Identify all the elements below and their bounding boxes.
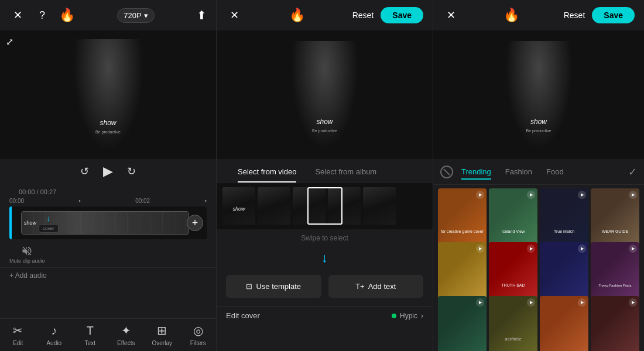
resolution-selector[interactable]: 720P ▾ (117, 8, 154, 23)
mid-close-button[interactable]: ✕ (226, 7, 242, 23)
left-top-icons: ✕ ? 🔥 (9, 7, 75, 23)
mid-topbar: ✕ 🔥 Reset Save (217, 0, 433, 30)
template-tag-5: ▶ (476, 245, 484, 253)
brand-icon: 🔥 (59, 7, 75, 23)
toolbar-effects-label: Effects (117, 340, 135, 346)
mute-clip-button[interactable]: Mute clip audio (9, 245, 45, 264)
toolbar-effects[interactable]: ✦ Effects (112, 324, 140, 346)
right-close-button[interactable]: ✕ (443, 7, 459, 23)
template-tag-6: ▶ (527, 245, 535, 253)
mute-icon (21, 245, 33, 257)
use-template-button[interactable]: ⊡ Use template (226, 275, 321, 298)
timeline-section: 00:00 / 00:27 00:00 • 00:02 • ▼ show ↓ c… (0, 184, 216, 242)
category-fashion[interactable]: Fashion (499, 164, 538, 180)
add-text-button[interactable]: T+ Add text (328, 275, 424, 298)
toolbar-audio[interactable]: ♪ Audio (40, 324, 68, 346)
marker-dot2: • (204, 198, 207, 204)
toolbar-text[interactable]: T Text (76, 324, 104, 346)
help-button[interactable]: ? (34, 7, 50, 23)
toolbar-overlay-label: Overlay (152, 340, 172, 346)
text-icon: T (87, 324, 94, 338)
expand-button[interactable]: ⤢ (6, 36, 13, 47)
mid-video-preview: show Be productive (217, 30, 433, 159)
hypic-button[interactable]: Hypic › (392, 312, 423, 320)
filmstrip-frame-1[interactable]: show (222, 187, 255, 225)
no-filter-button[interactable] (440, 166, 453, 178)
video-preview-left: ⤢ show Be productive (0, 30, 216, 159)
mid-brand-icon: 🔥 (289, 8, 305, 23)
toolbar-filters-label: Filters (190, 340, 206, 346)
toolbar-text-label: Text (85, 340, 95, 346)
filmstrip-selector (307, 187, 342, 225)
edit-cover-label: Edit cover (226, 311, 260, 320)
template-tag-7: ▶ (578, 245, 586, 253)
right-brand-icon: 🔥 (503, 8, 519, 23)
add-text-label: Add text (368, 282, 396, 291)
resolution-label: 720P (124, 11, 141, 20)
cover-marker[interactable]: ↓ cover (39, 207, 59, 239)
right-topbar: ✕ 🔥 Reset Save (433, 0, 644, 30)
toolbar-filters[interactable]: ◎ Filters (184, 324, 212, 346)
category-trending-label: Trending (461, 167, 491, 176)
template-tag-1: ▶ (476, 191, 484, 199)
template-cell-12[interactable]: ▶ (591, 296, 639, 351)
close-button[interactable]: ✕ (9, 7, 26, 23)
playhead: ▼ (9, 207, 12, 239)
mid-reset-button[interactable]: Reset (352, 11, 374, 20)
chevron-down-icon: ▾ (144, 11, 148, 20)
tab-video-label: Select from video (238, 167, 296, 176)
close-categories-button[interactable]: ✓ (628, 166, 637, 178)
overlay-icon: ⊞ (157, 324, 167, 338)
template-tag-3: ▶ (578, 191, 586, 199)
down-arrow: ↓ (217, 247, 433, 269)
toolbar-audio-label: Audio (46, 340, 61, 346)
right-reset-button[interactable]: Reset (564, 11, 585, 20)
use-template-label: Use template (256, 282, 301, 291)
template-cell-10[interactable]: aesthetic ▶ (489, 296, 537, 351)
filmstrip-frame-2[interactable] (258, 187, 290, 225)
left-panel: ✕ ? 🔥 720P ▾ ⬆ ⤢ show Be productive ↺ ▶ … (0, 0, 217, 351)
upload-button[interactable]: ⬆ (197, 8, 207, 22)
template-cell-9[interactable]: ▶ (438, 296, 487, 351)
category-food[interactable]: Food (540, 164, 570, 180)
undo-button[interactable]: ↺ (80, 165, 89, 178)
tab-select-from-album[interactable]: Select from album (306, 161, 386, 182)
add-audio-button[interactable]: + Add audio (0, 267, 216, 283)
mute-label: Mute clip audio (9, 258, 45, 264)
filmstrip-frame-5[interactable] (363, 187, 396, 225)
tab-select-from-video[interactable]: Select from video (228, 161, 306, 182)
category-trending[interactable]: Trending (455, 164, 497, 180)
mid-save-button[interactable]: Save (381, 7, 423, 23)
template-tag-9: ▶ (476, 298, 484, 307)
right-save-button[interactable]: Save (592, 7, 635, 23)
filters-icon: ◎ (193, 324, 203, 338)
cover-tabs: Select from video Select from album (217, 161, 433, 183)
right-preview-thumbnail: show Be productive (505, 41, 573, 149)
redo-button[interactable]: ↻ (127, 165, 136, 178)
play-button[interactable]: ▶ (103, 164, 113, 179)
category-bar: Trending Fashion Food ✓ (433, 159, 644, 185)
template-cell-11[interactable]: ▶ (540, 296, 588, 351)
timeline-track[interactable]: ▼ show ↓ cover + (9, 207, 207, 239)
marker-end: 00:02 (135, 198, 150, 204)
toolbar-edit[interactable]: ✂ Edit (4, 324, 32, 346)
edit-cover-bar: Edit cover Hypic › (217, 306, 433, 325)
swipe-hint: Swipe to select (217, 229, 433, 247)
add-audio-label: + Add audio (9, 271, 47, 280)
category-fashion-label: Fashion (505, 167, 532, 176)
add-clip-button[interactable]: + (187, 215, 203, 231)
left-topbar: ✕ ? 🔥 720P ▾ ⬆ (0, 0, 216, 30)
toolbar-overlay[interactable]: ⊞ Overlay (148, 324, 176, 346)
marker-dot: • (78, 198, 81, 204)
mid-preview-thumbnail: show Be productive (291, 41, 358, 149)
template-grid: for creative game cover ▶ Iceland View ▶… (433, 185, 644, 351)
right-video-preview: show Be productive (433, 30, 644, 159)
filmstrip[interactable]: show (217, 183, 433, 229)
hypic-status-dot (392, 314, 396, 318)
template-tag-10: ▶ (527, 298, 535, 307)
template-tag-11: ▶ (578, 298, 586, 307)
toolbar-edit-label: Edit (13, 340, 23, 346)
audio-icon: ♪ (51, 324, 57, 338)
no-icon (443, 168, 450, 175)
effects-icon: ✦ (121, 324, 131, 338)
